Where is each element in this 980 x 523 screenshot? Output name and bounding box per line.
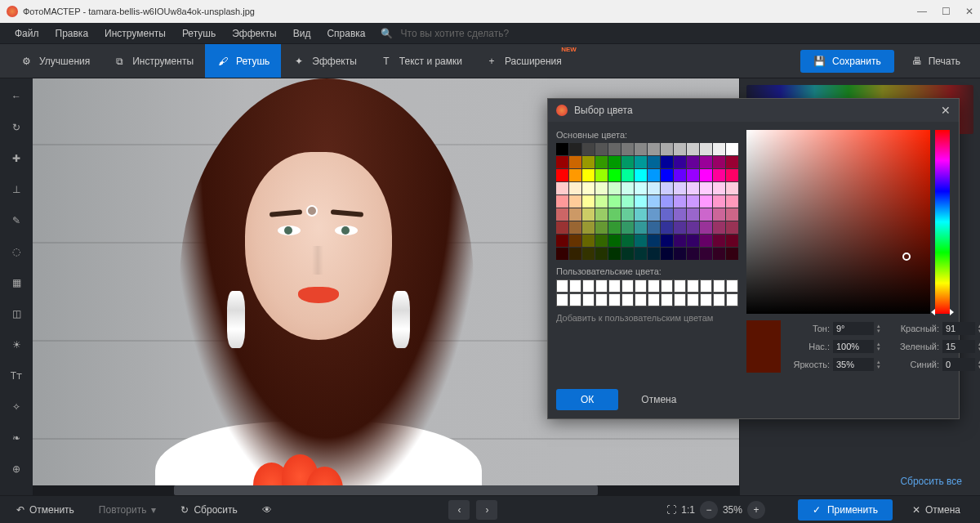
tab-effects[interactable]: ✦Эффекты [281,44,368,78]
palette-swatch[interactable] [661,169,673,181]
sat-spinner[interactable]: ▴▾ [877,342,887,351]
custom-swatch[interactable] [713,293,725,306]
palette-swatch[interactable] [661,156,673,168]
palette-swatch[interactable] [674,169,686,181]
zoom-ratio[interactable]: 1:1 [681,504,695,516]
palette-swatch[interactable] [582,143,595,155]
wing-icon[interactable]: ❧ [5,427,28,449]
custom-swatch[interactable] [621,279,634,293]
zoom-in-button[interactable]: + [747,501,765,519]
ok-button[interactable]: ОК [556,389,618,410]
val-input[interactable] [833,358,874,371]
palette-swatch[interactable] [608,221,621,234]
minimize-icon[interactable]: — [917,6,927,17]
palette-swatch[interactable] [700,156,712,168]
green-input[interactable] [942,340,975,353]
palette-swatch[interactable] [556,248,568,260]
custom-swatch[interactable] [582,293,595,306]
text2-icon[interactable]: Tᴛ [5,364,28,387]
palette-swatch[interactable] [648,208,660,221]
custom-swatch[interactable] [608,293,621,306]
compare-button[interactable]: 👁 [254,500,280,520]
heal-icon[interactable]: ✚ [5,147,28,170]
palette-swatch[interactable] [687,248,699,260]
palette-swatch[interactable] [661,143,673,155]
palette-swatch[interactable] [700,143,712,155]
close-icon[interactable]: ✕ [965,6,973,17]
light-icon[interactable]: ☀ [5,333,28,356]
custom-swatch[interactable] [556,279,568,293]
palette-swatch[interactable] [635,208,647,221]
palette-swatch[interactable] [726,169,738,181]
maximize-icon[interactable]: ☐ [942,6,951,17]
fit-icon[interactable]: ⛶ [666,504,676,516]
custom-swatch[interactable] [687,279,699,293]
palette-swatch[interactable] [556,182,568,194]
palette-swatch[interactable] [713,169,725,181]
palette-swatch[interactable] [687,182,699,194]
menu-tools[interactable]: Инструменты [98,25,172,42]
palette-swatch[interactable] [726,143,738,155]
palette-swatch[interactable] [582,208,595,221]
arrow-left-icon[interactable]: ← [5,85,28,108]
palette-swatch[interactable] [621,169,634,181]
hue-input[interactable] [833,322,874,335]
custom-swatch[interactable] [635,293,647,306]
palette-swatch[interactable] [674,182,686,194]
palette-swatch[interactable] [661,248,673,260]
palette-swatch[interactable] [595,235,608,247]
crop2-icon[interactable]: ◫ [5,302,28,325]
custom-swatch[interactable] [648,293,660,306]
palette-swatch[interactable] [582,235,595,247]
scrollbar-horizontal[interactable] [33,485,739,495]
tab-text[interactable]: TТекст и рамки [368,44,474,78]
blue-input[interactable] [942,358,975,371]
add-custom-button[interactable]: Добавить к пользовательским цветам [556,313,738,323]
custom-swatch[interactable] [582,279,595,293]
menu-view[interactable]: Вид [287,25,318,42]
palette-swatch[interactable] [635,195,647,208]
custom-swatch[interactable] [700,279,712,293]
palette-swatch[interactable] [569,169,581,181]
palette-swatch[interactable] [556,195,568,208]
palette-swatch[interactable] [608,248,621,260]
palette-swatch[interactable] [648,169,660,181]
palette-swatch[interactable] [556,221,568,234]
palette-swatch[interactable] [674,143,686,155]
paint-icon[interactable]: ✎ [5,209,28,232]
palette-swatch[interactable] [648,248,660,260]
custom-swatch[interactable] [648,279,660,293]
palette-swatch[interactable] [687,235,699,247]
palette-swatch[interactable] [687,195,699,208]
globe-icon[interactable]: ⊕ [5,458,28,481]
palette-swatch[interactable] [582,169,595,181]
palette-swatch[interactable] [726,248,738,260]
palette-swatch[interactable] [621,235,634,247]
reset-all-link[interactable]: Сбросить все [892,476,970,487]
custom-swatch[interactable] [608,279,621,293]
rotate-icon[interactable]: ↻ [5,116,28,139]
palette-swatch[interactable] [726,182,738,194]
palette-swatch[interactable] [635,248,647,260]
palette-swatch[interactable] [582,248,595,260]
palette-swatch[interactable] [687,221,699,234]
palette-swatch[interactable] [713,248,725,260]
palette-swatch[interactable] [595,221,608,234]
palette-swatch[interactable] [621,221,634,234]
palette-swatch[interactable] [556,169,568,181]
palette-swatch[interactable] [621,248,634,260]
palette-swatch[interactable] [621,143,634,155]
palette-swatch[interactable] [648,182,660,194]
palette-swatch[interactable] [621,195,634,208]
sparkle-icon[interactable]: ✧ [5,396,28,418]
palette-swatch[interactable] [700,208,712,221]
tab-retouch[interactable]: 🖌Ретушь [205,44,281,78]
palette-swatch[interactable] [726,221,738,234]
palette-swatch[interactable] [569,182,581,194]
palette-swatch[interactable] [595,208,608,221]
palette-swatch[interactable] [700,221,712,234]
custom-swatch[interactable] [595,293,608,306]
custom-swatch[interactable] [661,279,673,293]
cancel-bottom-button[interactable]: ✕Отмена [901,499,972,521]
tab-extensions[interactable]: +РасширенияNEW [474,44,573,78]
